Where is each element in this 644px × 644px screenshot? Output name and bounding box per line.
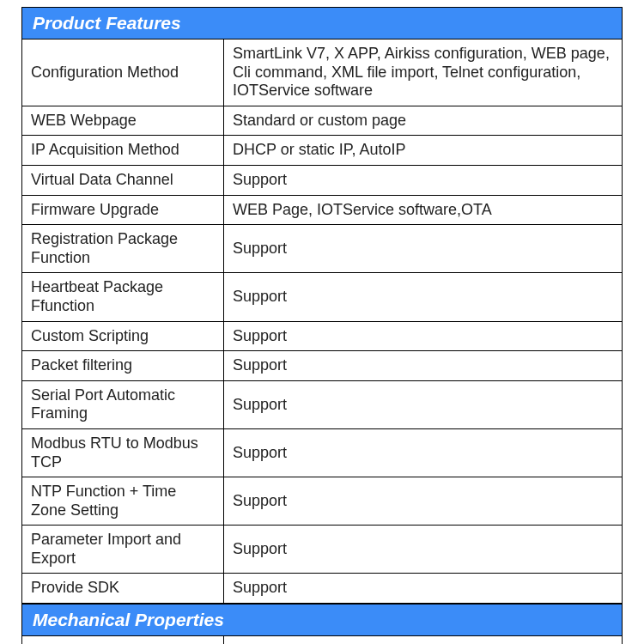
section-header-product-features: Product Features <box>21 7 623 39</box>
spec-value: Support <box>224 380 623 428</box>
spec-table-container: Product Features Configuration MethodSma… <box>21 0 623 644</box>
spec-label: IP Acquisition Method <box>22 136 224 166</box>
spec-value: Support <box>224 574 623 604</box>
spec-value: Support <box>224 165 623 195</box>
spec-label: Configuration Method <box>22 39 224 106</box>
spec-value: DHCP or static IP, AutoIP <box>224 136 623 166</box>
table-row: Registration Package FunctionSupport <box>22 225 623 273</box>
spec-value: Support <box>224 428 623 477</box>
spec-label: Provide SDK <box>22 574 224 604</box>
table-row: Serial Port Automatic FramingSupport <box>22 380 623 428</box>
table-row: Virtual Data ChannelSupport <box>22 165 623 195</box>
section-header-mechanical-properties: Mechanical Properties <box>21 604 623 635</box>
table-row: Parameter Import and ExportSupport <box>22 526 623 574</box>
spec-label: Protection Level <box>22 636 224 644</box>
spec-value: Support <box>224 225 623 273</box>
spec-value: Support <box>224 477 623 526</box>
spec-value: Support <box>224 526 623 574</box>
spec-label: NTP Function + Time Zone Setting <box>22 477 224 526</box>
spec-value: Standard or custom page <box>224 106 623 136</box>
spec-label: Parameter Import and Export <box>22 526 224 574</box>
table-row: Protection LevelIP-30 <box>22 636 623 644</box>
spec-label: WEB Webpage <box>22 106 224 136</box>
spec-value: IP-30 <box>224 636 623 644</box>
spec-value: WEB Page, IOTService software,OTA <box>224 195 623 225</box>
spec-value: Support <box>224 351 623 381</box>
spec-label: Virtual Data Channel <box>22 165 224 195</box>
table-row: IP Acquisition MethodDHCP or static IP, … <box>22 136 623 166</box>
table-row: Heartbeat Package FfunctionSupport <box>22 273 623 321</box>
mechanical-properties-table: Protection LevelIP-30 Size (mm)61*26*17.… <box>21 635 623 644</box>
table-row: Firmware UpgradeWEB Page, IOTService sof… <box>22 195 623 225</box>
table-row: WEB WebpageStandard or custom page <box>22 106 623 136</box>
spec-value: Support <box>224 321 623 351</box>
table-row: Modbus RTU to Modbus TCPSupport <box>22 428 623 477</box>
spec-label: Registration Package Function <box>22 225 224 273</box>
table-row: Custom ScriptingSupport <box>22 321 623 351</box>
spec-label: Serial Port Automatic Framing <box>22 380 224 428</box>
table-row: Provide SDKSupport <box>22 574 623 604</box>
spec-label: Heartbeat Package Ffunction <box>22 273 224 321</box>
spec-value: Support <box>224 273 623 321</box>
spec-label: Firmware Upgrade <box>22 195 224 225</box>
table-row: Configuration MethodSmartLink V7, X APP,… <box>22 39 623 106</box>
spec-label: Packet filtering <box>22 351 224 381</box>
spec-label: Custom Scripting <box>22 321 224 351</box>
spec-value: SmartLink V7, X APP, Airkiss configurati… <box>224 39 623 106</box>
product-features-table: Configuration MethodSmartLink V7, X APP,… <box>21 39 623 604</box>
table-row: NTP Function + Time Zone SettingSupport <box>22 477 623 526</box>
table-row: Packet filteringSupport <box>22 351 623 381</box>
spec-label: Modbus RTU to Modbus TCP <box>22 428 224 477</box>
